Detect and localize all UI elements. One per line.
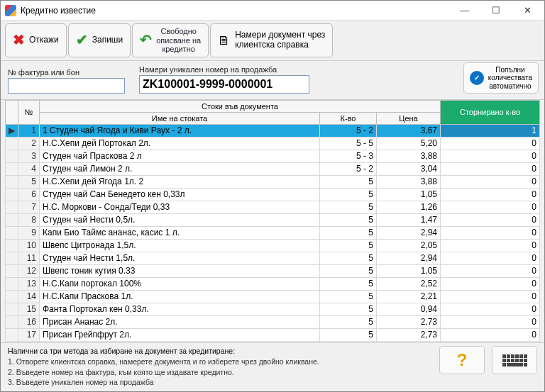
window-controls: — ☐ ✕ bbox=[449, 2, 543, 19]
table-row[interactable]: 4Студен чай Лимон 2 л.5 - 23,040 bbox=[6, 162, 540, 175]
row-marker bbox=[6, 290, 18, 303]
keyboard-icon bbox=[502, 354, 527, 366]
table-row[interactable]: 14Н.С.Капи Праскова 1л.52,210 bbox=[6, 290, 540, 303]
row-price: 1,05 bbox=[376, 264, 440, 277]
table-row[interactable]: 11Студен чай Нести 1,5л.52,940 bbox=[6, 252, 540, 264]
minimize-button[interactable]: — bbox=[449, 2, 480, 19]
row-price: 2,73 bbox=[376, 315, 440, 328]
row-storn[interactable]: 0 bbox=[441, 226, 540, 239]
find-document-button[interactable]: 🗎 Намери документ чрез клиентска справка bbox=[210, 23, 333, 57]
maximize-button[interactable]: ☐ bbox=[480, 2, 512, 19]
row-name: Студен чай Лимон 2 л. bbox=[40, 162, 320, 175]
toolbar: ✖ Откажи ✔ Запиши ↶ Свободно описване на… bbox=[1, 21, 544, 61]
row-no: 17 bbox=[18, 328, 40, 341]
table-row[interactable]: 3Студен чай Праскова 2 л5 - 33,880 bbox=[6, 150, 540, 162]
col-qty[interactable]: К-во bbox=[319, 112, 376, 124]
row-name: Швепс Цитронада 1,5л. bbox=[40, 239, 320, 252]
table-row[interactable]: 12Швепс тоник кутия 0.3351,050 bbox=[6, 264, 540, 277]
row-price: 2,73 bbox=[376, 328, 440, 341]
table-row[interactable]: 15Фанта Портокал кен 0,33л.50,940 bbox=[6, 303, 540, 315]
row-name: Студен чай Сан Бенедето кен 0,33л bbox=[40, 188, 320, 201]
undo-icon: ↶ bbox=[140, 32, 152, 48]
row-storn[interactable]: 0 bbox=[441, 150, 540, 162]
table-row[interactable]: 7Н.С. Моркови - Сонда/Теди 0,3351,260 bbox=[6, 201, 540, 213]
table-row[interactable]: 17Присан Грейпфрут 2л.52,730 bbox=[6, 328, 540, 341]
free-credit-button[interactable]: ↶ Свободно описване на кредитно bbox=[132, 23, 209, 57]
row-price: 1,26 bbox=[376, 201, 440, 213]
row-storn[interactable]: 0 bbox=[441, 188, 540, 201]
table-row[interactable]: ▶11 Студен чай Ягода и Киви Раух - 2 л.5… bbox=[6, 124, 540, 137]
auto-fill-button[interactable]: ✓ Попълни количествата автоматично bbox=[463, 62, 539, 94]
row-marker bbox=[6, 328, 18, 341]
row-name: Фанта Портокал кен 0,33л. bbox=[40, 303, 320, 315]
row-qty: 5 bbox=[319, 277, 376, 290]
table-row[interactable]: 9Капи Био Таймс ананас, касис 1 л.52,940 bbox=[6, 226, 540, 239]
row-name: Студен чай Праскова 2 л bbox=[40, 150, 320, 162]
col-storn[interactable]: Сторнирано к-во bbox=[441, 100, 540, 124]
row-qty: 5 - 5 bbox=[319, 137, 376, 150]
row-name: 1 Студен чай Ягода и Киви Раух - 2 л. bbox=[40, 124, 320, 137]
row-qty: 5 bbox=[319, 226, 376, 239]
row-name: Н.С.Хепи дей Портокал 2л. bbox=[40, 137, 320, 150]
row-storn[interactable]: 0 bbox=[441, 213, 540, 226]
row-storn[interactable]: 0 bbox=[441, 239, 540, 252]
row-no: 15 bbox=[18, 303, 40, 315]
row-price: 3,04 bbox=[376, 162, 440, 175]
row-marker: ▶ bbox=[6, 124, 18, 137]
items-table[interactable]: № Стоки във документа Сторнирано к-во Им… bbox=[5, 100, 540, 342]
row-price: 1,05 bbox=[376, 188, 440, 201]
row-price: 2,05 bbox=[376, 239, 440, 252]
row-storn[interactable]: 0 bbox=[441, 137, 540, 150]
row-storn[interactable]: 0 bbox=[441, 328, 540, 341]
row-storn[interactable]: 0 bbox=[441, 303, 540, 315]
row-storn[interactable]: 0 bbox=[441, 264, 540, 277]
row-price: 0,94 bbox=[376, 303, 440, 315]
row-price: 2,94 bbox=[376, 252, 440, 264]
footer-hints: Напични са три метода за избиране на док… bbox=[8, 346, 432, 387]
row-qty: 5 bbox=[319, 213, 376, 226]
table-row[interactable]: 8Студен чай Нести 0,5л.51,470 bbox=[6, 213, 540, 226]
invoice-input[interactable] bbox=[8, 78, 125, 94]
footer-header: Напични са три метода за избиране на док… bbox=[8, 346, 432, 356]
row-name: Н.С.Хепи дей Ягода 1л. 2 bbox=[40, 175, 320, 188]
row-name: Студен чай Нести 0,5л. bbox=[40, 213, 320, 226]
window-title: Кредитно известие bbox=[21, 6, 449, 16]
col-price[interactable]: Цена bbox=[376, 112, 440, 124]
row-no: 11 bbox=[18, 252, 40, 264]
save-button[interactable]: ✔ Запиши bbox=[68, 23, 131, 57]
close-button[interactable]: ✕ bbox=[512, 2, 543, 19]
col-name[interactable]: Име на стоката bbox=[40, 112, 320, 124]
row-price: 5,20 bbox=[376, 137, 440, 150]
row-storn[interactable]: 0 bbox=[441, 315, 540, 328]
keyboard-button[interactable] bbox=[492, 346, 537, 374]
unique-field: Намери уникален номер на продажба bbox=[139, 65, 309, 94]
row-storn[interactable]: 0 bbox=[441, 201, 540, 213]
row-storn[interactable]: 1 bbox=[441, 124, 540, 137]
help-button[interactable]: ? bbox=[439, 346, 485, 374]
table-row[interactable]: 16Присан Ананас 2л.52,730 bbox=[6, 315, 540, 328]
row-name: Н.С. Моркови - Сонда/Теди 0,33 bbox=[40, 201, 320, 213]
table-row[interactable]: 10Швепс Цитронада 1,5л.52,050 bbox=[6, 239, 540, 252]
cancel-label: Откажи bbox=[29, 35, 59, 45]
invoice-field: № фактура или бон bbox=[8, 68, 125, 94]
unique-input[interactable] bbox=[139, 75, 309, 94]
row-name: Капи Био Таймс ананас, касис 1 л. bbox=[40, 226, 320, 239]
row-price: 3,88 bbox=[376, 150, 440, 162]
col-no[interactable]: № bbox=[18, 100, 40, 124]
row-qty: 5 bbox=[319, 328, 376, 341]
table-row[interactable]: 5Н.С.Хепи дей Ягода 1л. 253,880 bbox=[6, 175, 540, 188]
row-storn[interactable]: 0 bbox=[441, 290, 540, 303]
row-storn[interactable]: 0 bbox=[441, 252, 540, 264]
table-row[interactable]: 6Студен чай Сан Бенедето кен 0,33л51,050 bbox=[6, 188, 540, 201]
row-storn[interactable]: 0 bbox=[441, 162, 540, 175]
titlebar: Кредитно известие — ☐ ✕ bbox=[1, 1, 544, 21]
row-storn[interactable]: 0 bbox=[441, 175, 540, 188]
table-row[interactable]: 13Н.С.Капи портокал 100%52,520 bbox=[6, 277, 540, 290]
cancel-button[interactable]: ✖ Откажи bbox=[5, 23, 67, 57]
row-no: 8 bbox=[18, 213, 40, 226]
row-storn[interactable]: 0 bbox=[441, 277, 540, 290]
row-qty: 5 bbox=[319, 188, 376, 201]
row-price: 1,47 bbox=[376, 213, 440, 226]
table-row[interactable]: 2Н.С.Хепи дей Портокал 2л.5 - 55,200 bbox=[6, 137, 540, 150]
row-name: Студен чай Нести 1,5л. bbox=[40, 252, 320, 264]
